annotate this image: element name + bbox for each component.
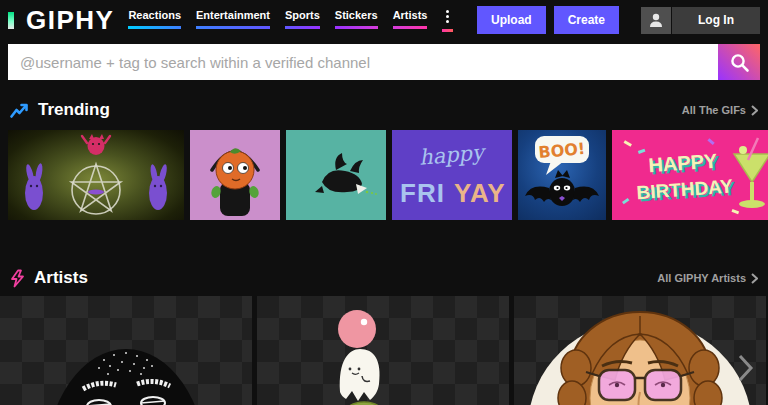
giphy-logo-icon — [8, 12, 14, 29]
rabbit-left — [25, 163, 44, 210]
nav-label: Reactions — [128, 9, 181, 21]
gif-thumbnail-pentagram[interactable] — [8, 130, 184, 220]
nav-label: Stickers — [335, 9, 378, 21]
header: GIPHY Reactions Entertainment Sports Sti… — [0, 0, 768, 40]
all-the-gifs-link[interactable]: All The GIFs — [682, 104, 758, 116]
gif-thumbnail-tomato[interactable] — [190, 130, 280, 220]
demon-figure — [82, 134, 110, 155]
user-icon — [649, 13, 663, 28]
nav-underline — [285, 26, 320, 29]
nav-item-reactions[interactable]: Reactions — [128, 9, 181, 29]
nav-item-entertainment[interactable]: Entertainment — [196, 9, 270, 29]
nav-underline — [128, 26, 181, 29]
gif-thumbnail-birthday[interactable]: HAPPY HAPPY BIRTHDAY BIRTHDAY — [612, 130, 768, 220]
gif-thumbnail-friyay[interactable]: happy FRI YAY — [392, 130, 512, 220]
birthday-text: HAPPY HAPPY BIRTHDAY BIRTHDAY — [634, 148, 737, 205]
more-dots-icon — [442, 9, 453, 24]
artist-thumbnail-face[interactable] — [0, 296, 252, 405]
giphy-logo-text: GIPHY — [26, 7, 114, 33]
rabbit-right — [149, 164, 168, 210]
yay-text: YAY — [454, 178, 506, 208]
main-nav: Reactions Entertainment Sports Stickers … — [128, 9, 453, 32]
upload-button[interactable]: Upload — [477, 6, 546, 34]
bat-illustration: BOO! — [518, 130, 606, 220]
nav-underline — [196, 26, 270, 29]
artists-section-header: Artists All GIPHY Artists — [10, 268, 758, 288]
chevron-right-icon — [751, 105, 758, 116]
user-icon-button[interactable] — [641, 7, 671, 34]
trending-icon — [10, 102, 29, 119]
giphy-logo[interactable]: GIPHY — [8, 7, 114, 33]
gif-thumbnail-dragon[interactable] — [286, 130, 386, 220]
nav-item-sports[interactable]: Sports — [285, 9, 320, 29]
trending-section-header: Trending All The GIFs — [10, 100, 758, 120]
trending-gif-row: happy FRI YAY BOO! — [8, 130, 768, 220]
link-label: All The GIFs — [682, 104, 746, 116]
birthday-illustration: HAPPY HAPPY BIRTHDAY BIRTHDAY — [612, 130, 768, 220]
gif-thumbnail-boo-bat[interactable]: BOO! — [518, 130, 606, 220]
chevron-right-icon — [738, 354, 754, 382]
chevron-right-icon — [751, 273, 758, 284]
artists-title: Artists — [34, 268, 88, 288]
nav-label: Entertainment — [196, 9, 270, 21]
happy-text: happy — [418, 140, 488, 170]
artist-thumbnail-ghost[interactable] — [257, 296, 509, 405]
friyay-illustration: happy FRI YAY — [392, 130, 512, 220]
search-input[interactable] — [8, 44, 718, 80]
nav-underline — [442, 29, 453, 32]
nav-more-menu[interactable] — [442, 9, 453, 32]
login-button[interactable]: Log In — [672, 7, 760, 34]
search-bar — [8, 44, 760, 80]
create-button[interactable]: Create — [554, 6, 619, 34]
nav-label: Sports — [285, 9, 320, 21]
carousel-next-button[interactable] — [738, 354, 754, 386]
nav-underline — [393, 26, 428, 29]
fri-text: FRI — [400, 178, 445, 208]
nav-label: Artists — [393, 9, 428, 21]
artist-thumbnail-woman[interactable] — [514, 296, 766, 405]
nav-item-stickers[interactable]: Stickers — [335, 9, 378, 29]
all-giphy-artists-link[interactable]: All GIPHY Artists — [657, 272, 758, 284]
search-button[interactable] — [718, 44, 760, 80]
link-label: All GIPHY Artists — [657, 272, 746, 284]
login-group[interactable]: Log In — [641, 7, 760, 34]
bat-body — [525, 170, 599, 206]
braid-right — [689, 350, 722, 405]
woman-illustration — [514, 296, 766, 405]
header-actions: Upload Create Log In — [477, 6, 760, 34]
face-illustration — [0, 296, 252, 405]
pentagram-illustration — [8, 130, 184, 220]
braid-left — [558, 350, 591, 405]
lightning-bolt-icon — [10, 269, 25, 288]
artists-gif-row — [0, 296, 768, 405]
nav-item-artists[interactable]: Artists — [393, 9, 428, 29]
dragon-illustration — [286, 130, 386, 220]
cocktail-glass — [734, 138, 768, 208]
nav-underline — [335, 26, 378, 29]
ghost-illustration — [257, 296, 509, 405]
search-icon — [729, 52, 750, 73]
boo-text: BOO! — [538, 139, 586, 162]
trending-title: Trending — [38, 100, 110, 120]
tomato-illustration — [190, 130, 280, 220]
